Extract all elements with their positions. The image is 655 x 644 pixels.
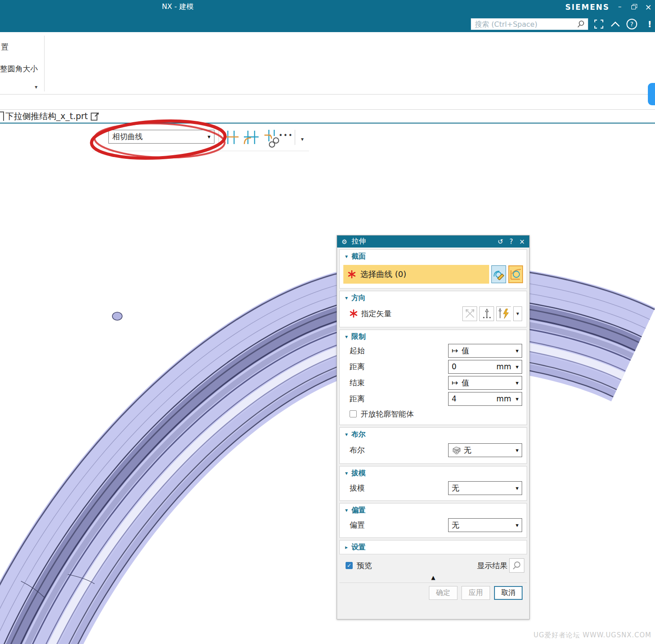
collapse-ribbon-button[interactable] <box>609 18 622 30</box>
group-limits-header[interactable]: ▾ 限制 <box>340 331 527 343</box>
apply-button[interactable]: 应用 <box>461 586 490 600</box>
group-limits: ▾ 限制 起始 ↦ 值 ▾ 距离 0 mm ▾ <box>339 330 527 425</box>
distance2-value: 4 <box>452 394 457 403</box>
group-offset-title: 偏置 <box>351 506 366 515</box>
dialog-help-button[interactable]: ? <box>509 238 513 246</box>
right-edge-scroll-handle[interactable] <box>648 83 655 105</box>
select-curve-field[interactable]: 选择曲线 (0) <box>343 265 489 284</box>
start-label: 起始 <box>350 346 448 356</box>
group-draft: ▾ 拔模 拔模 无 ▾ <box>339 466 527 501</box>
distance2-label: 距离 <box>350 394 448 404</box>
distance1-unit: mm <box>496 362 511 371</box>
group-boolean-title: 布尔 <box>351 430 366 439</box>
help-icon: ? <box>626 18 638 30</box>
group-draft-header[interactable]: ▾ 拔模 <box>340 467 527 479</box>
close-button[interactable]: × <box>643 2 654 12</box>
chevron-down-icon: ▾ <box>515 485 519 491</box>
group-settings-title: 设置 <box>351 543 366 552</box>
check-icon: ✓ <box>347 562 351 569</box>
dialog-titlebar[interactable]: ⚙ 拉伸 ↺ ? × <box>337 235 529 248</box>
distance1-label: 距离 <box>350 362 448 372</box>
offset-value: 无 <box>452 520 459 530</box>
chevron-down-icon: ▾ <box>515 447 519 454</box>
offset-dropdown[interactable]: 无 ▾ <box>448 518 522 532</box>
specify-vector-label: 指定矢量 <box>361 309 391 319</box>
group-boolean: ▾ 布尔 布尔 无 ▾ <box>339 427 527 464</box>
group-direction-header[interactable]: ▾ 方向 <box>340 292 527 304</box>
preview-checkbox[interactable]: ✓ <box>346 562 353 569</box>
required-asterisk-icon <box>348 270 356 278</box>
dialog-body: ▾ 截面 选择曲线 (0) <box>337 248 529 619</box>
vector-dialog-button[interactable] <box>479 306 494 321</box>
triangle-up-icon: ▲ <box>431 574 435 581</box>
preview-row: ✓ 预览 显示结果 <box>339 557 527 574</box>
group-section: ▾ 截面 选择曲线 (0) <box>339 249 527 289</box>
draft-dropdown[interactable]: 无 ▾ <box>448 481 522 495</box>
chevron-down-icon: ▾ <box>515 522 519 528</box>
search-input[interactable] <box>474 20 577 29</box>
ribbon-label-fragment: 置 <box>1 42 8 52</box>
tabstrip-border <box>0 109 655 110</box>
distance2-input[interactable]: 4 mm ▾ <box>448 392 522 406</box>
group-section-header[interactable]: ▾ 截面 <box>340 251 527 262</box>
svg-text:?: ? <box>630 21 633 28</box>
help-button[interactable]: ? <box>626 18 638 30</box>
reverse-direction-button[interactable] <box>462 306 477 321</box>
triangle-down-icon: ▾ <box>345 431 348 438</box>
select-curve-label: 选择曲线 (0) <box>360 269 406 280</box>
curve-icon <box>510 268 522 280</box>
notification-button[interactable]: ! <box>643 18 655 30</box>
triangle-down-icon: ▾ <box>345 470 348 476</box>
required-asterisk-icon <box>350 310 358 318</box>
ribbon-command-full-fillet[interactable]: 整圆角大小 <box>0 64 38 74</box>
vector-options-caret[interactable]: ▾ <box>513 306 522 321</box>
group-boolean-header[interactable]: ▾ 布尔 <box>340 429 527 440</box>
3d-model-ring-view[interactable] <box>0 124 655 644</box>
part-tab-name: 下拉侧推结构_x_t.prt <box>5 111 88 122</box>
fullscreen-icon <box>594 20 603 29</box>
group-direction-title: 方向 <box>351 293 366 303</box>
red-annotation-ellipse <box>85 114 370 176</box>
show-result-label: 显示结果 <box>477 561 507 571</box>
search-icon <box>577 20 585 28</box>
dialog-title: 拉伸 <box>352 237 366 246</box>
preview-label: 预览 <box>357 561 372 571</box>
start-type-dropdown[interactable]: ↦ 值 ▾ <box>448 344 522 358</box>
dialog-collapse-button[interactable]: ▲ <box>339 574 527 582</box>
cancel-button[interactable]: 取消 <box>494 586 523 600</box>
maps-to-icon: ↦ <box>452 378 458 387</box>
watermark: UG爱好者论坛 WWW.UGSNX.COM <box>533 631 651 640</box>
inferred-vector-button[interactable] <box>496 306 511 321</box>
triangle-down-icon: ▾ <box>345 334 348 340</box>
group-section-title: 截面 <box>351 252 366 261</box>
ok-button[interactable]: 确定 <box>429 586 457 600</box>
distance1-input[interactable]: 0 mm ▾ <box>448 360 522 374</box>
restore-icon <box>631 4 637 9</box>
restore-button[interactable] <box>628 2 640 12</box>
gear-icon: ⚙ <box>342 238 347 245</box>
boolean-dropdown[interactable]: 无 ▾ <box>448 443 522 457</box>
boolean-cube-icon <box>452 446 461 454</box>
minimize-button[interactable]: – <box>614 2 626 12</box>
dialog-reset-button[interactable]: ↺ <box>498 238 503 246</box>
dialog-close-button[interactable]: × <box>519 238 525 246</box>
curve-select-button[interactable] <box>508 265 523 283</box>
group-offset-header[interactable]: ▾ 偏置 <box>340 504 527 516</box>
group-settings-header[interactable]: ▸ 设置 <box>340 541 527 553</box>
show-result-button[interactable] <box>509 558 524 573</box>
draft-value: 无 <box>452 483 459 493</box>
group-draft-title: 拔模 <box>351 469 366 478</box>
distance1-value: 0 <box>452 362 457 371</box>
ribbon-dropdown-caret[interactable]: ▾ <box>35 84 37 90</box>
reverse-direction-icon <box>465 309 475 318</box>
fullscreen-button[interactable] <box>593 18 605 30</box>
offset-label: 偏置 <box>350 520 448 530</box>
chevron-down-icon: ▾ <box>515 396 519 402</box>
window-title: NX - 建模 <box>162 2 194 12</box>
open-profile-checkbox[interactable] <box>350 410 357 417</box>
extrude-dialog: ⚙ 拉伸 ↺ ? × ▾ 截面 <box>337 235 530 619</box>
end-type-dropdown[interactable]: ↦ 值 ▾ <box>448 376 522 390</box>
group-offset: ▾ 偏置 偏置 无 ▾ <box>339 503 527 538</box>
command-search[interactable] <box>471 18 588 30</box>
sketch-section-button[interactable] <box>491 265 506 283</box>
